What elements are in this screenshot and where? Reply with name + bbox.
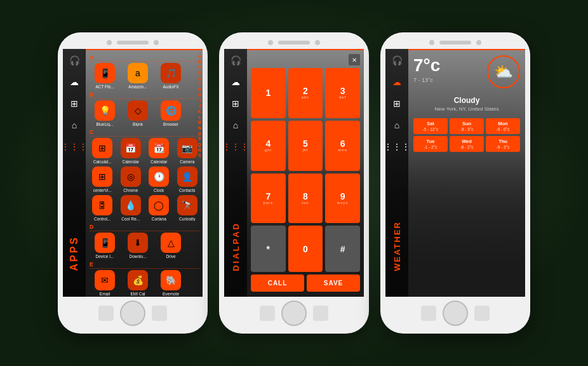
app-calculator[interactable]: ⊞ Calculat... — [90, 138, 116, 164]
phone-top-1 — [63, 40, 203, 45]
browser-icon: 🌐 — [161, 100, 181, 121]
audiofx-icon: 🎵 — [161, 63, 181, 83]
coolre-icon: 💧 — [121, 195, 141, 215]
clock-icon: 🕐 — [149, 166, 169, 187]
dial-key-6[interactable]: 6 mno — [325, 121, 360, 171]
dial-key-9[interactable]: 9 wxyz — [325, 173, 360, 224]
forecast-thu: Thu -9 - 3°c — [486, 136, 520, 152]
device-icon: 📱 — [95, 233, 115, 253]
dialpad-content: ✕ 1 2 abc 3 def 4 ghi — [247, 49, 364, 297]
centerview-icon: ⊞ — [92, 166, 112, 187]
cloud-icon-3: ☁ — [391, 76, 403, 88]
phone-dialpad: 🎧 ☁ ⊞ ⌂ ⋮⋮⋮ DIALPAD ✕ 1 2 abc — [219, 32, 369, 334]
forecast-sun: Sun -9 - 3°c — [450, 118, 484, 134]
app-blynk[interactable]: ◇ Blynk — [123, 100, 153, 126]
camera-dot-6 — [476, 40, 481, 45]
recent-btn-1[interactable] — [152, 306, 167, 321]
dial-key-star[interactable]: * — [251, 226, 286, 272]
app-drive[interactable]: △ Drive — [156, 233, 186, 259]
top-bar-line-3 — [408, 49, 525, 50]
dial-key-4[interactable]: 4 ghi — [251, 121, 286, 171]
calendar2-icon: 📆 — [149, 138, 169, 158]
dial-actions: CALL SAVE — [251, 274, 360, 292]
app-control[interactable]: 🎛 Control... — [90, 195, 116, 221]
weather-temp: 7°c — [413, 55, 440, 76]
section-e: E — [90, 261, 200, 269]
control-icon: 🎛 — [92, 195, 112, 215]
home-icon-2: ⌂ — [229, 119, 242, 132]
app-cortana[interactable]: ◯ Cortana — [146, 195, 172, 221]
speaker-3 — [439, 41, 471, 44]
save-button[interactable]: SAVE — [307, 274, 360, 292]
home-btn-1[interactable] — [120, 301, 145, 326]
dial-key-8[interactable]: 8 tuv — [288, 173, 323, 224]
chrome-icon: ◎ — [121, 166, 141, 187]
back-btn-2[interactable] — [260, 306, 275, 321]
cloud-icon-2: ☁ — [229, 76, 242, 88]
speaker-2 — [278, 41, 310, 44]
app-clock[interactable]: 🕐 Clock — [146, 166, 172, 193]
back-btn-3[interactable] — [421, 306, 436, 321]
app-curiosity[interactable]: 🔭 Curiosity — [175, 195, 201, 221]
app-act[interactable]: 📱 ACT Fib... — [90, 63, 120, 89]
app-amazon[interactable]: a Amazon... — [123, 63, 153, 89]
back-btn-1[interactable] — [98, 306, 114, 321]
section-a: A — [90, 54, 200, 62]
app-calendar2[interactable]: 📆 Calendar — [146, 138, 172, 164]
dial-key-1[interactable]: 1 — [251, 68, 286, 118]
home-btn-2[interactable] — [281, 301, 307, 326]
app-calendar1[interactable]: 📅 Calendar — [118, 138, 144, 164]
cortana-icon: ◯ — [149, 195, 169, 215]
dial-key-7[interactable]: 7 pqrs — [251, 173, 286, 224]
act-icon: 📱 — [95, 63, 115, 83]
app-row-b: 💡 BlueLig... ◇ Blynk 🌐 Browser — [90, 100, 200, 126]
dial-grid: 1 2 abc 3 def 4 ghi 5 jkl — [251, 68, 360, 272]
amazon-icon: a — [128, 63, 148, 83]
top-bar-line-2 — [247, 49, 364, 50]
camera-icon: 📷 — [177, 138, 197, 158]
headphone-icon: 🎧 — [68, 54, 81, 67]
app-evernote[interactable]: 🐘 Evernote — [156, 270, 186, 296]
download-icon: ⬇ — [128, 233, 148, 253]
weather-screen: 🎧 ☁ ⊞ ⌂ ⋮⋮⋮ WEATHER 7°c 7 - 13°c ⛅ Cloud… — [385, 49, 525, 297]
dialpad-close-btn[interactable]: ✕ — [349, 54, 360, 65]
app-audiofx[interactable]: 🎵 AudioFX — [156, 63, 186, 89]
phone-apps: 🎧 ☁ ⊞ ⌂ ⋮⋮⋮ APPS A B C D E F G H I J K L… — [58, 32, 208, 334]
app-chrome[interactable]: ◎ Chrome — [118, 166, 144, 193]
app-browser[interactable]: 🌐 Browser — [156, 100, 186, 126]
call-button[interactable]: CALL — [251, 274, 304, 292]
drive-icon: △ — [161, 233, 181, 253]
app-email[interactable]: ✉ Email — [90, 270, 120, 296]
app-row-d: 📱 Device I... ⬇ Downlo... △ Drive — [90, 233, 200, 259]
email-icon: ✉ — [95, 270, 115, 290]
emical-icon: 💰 — [128, 270, 148, 290]
app-camera[interactable]: 📷 Camera — [175, 138, 201, 164]
apps-icon-2[interactable]: ⋮⋮⋮ — [229, 140, 242, 153]
grid-icon-3: ⊞ — [391, 97, 403, 110]
app-bluelight[interactable]: 💡 BlueLig... — [90, 100, 120, 126]
blynk-icon: ◇ — [128, 100, 148, 121]
weather-top: 7°c 7 - 13°c ⛅ — [413, 55, 520, 88]
app-device[interactable]: 📱 Device I... — [90, 233, 120, 259]
apps-icon-3[interactable]: ⋮⋮⋮ — [391, 140, 403, 153]
recent-btn-2[interactable] — [313, 306, 328, 321]
dial-key-hash[interactable]: # — [325, 226, 360, 272]
dial-key-3[interactable]: 3 def — [325, 68, 360, 118]
app-emical[interactable]: 💰 EMI Cal — [123, 270, 153, 296]
dial-key-5[interactable]: 5 jkl — [288, 121, 323, 171]
apps-icon[interactable]: ⋮⋮⋮ — [68, 140, 81, 153]
section-d: D — [90, 224, 200, 231]
phone-top-3 — [385, 40, 525, 45]
home-btn-3[interactable] — [443, 301, 468, 326]
app-centerview[interactable]: ⊞ centerVi... — [90, 166, 116, 193]
alpha-bar: A B C D E F G H I J K L M N O P Q R S — [197, 54, 201, 292]
app-coolre[interactable]: 💧 Cool Re... — [118, 195, 144, 221]
dial-key-2[interactable]: 2 abc — [288, 68, 323, 118]
app-contacts[interactable]: 👤 Contacts — [175, 166, 201, 193]
recent-btn-3[interactable] — [474, 306, 490, 321]
dial-key-0[interactable]: 0 — [288, 226, 323, 272]
section-c: C — [90, 129, 200, 137]
weather-forecast-grid: Sat -5 - 12°c Sun -9 - 3°c Mon -9 - 0°c … — [413, 118, 520, 152]
app-download[interactable]: ⬇ Downlo... — [123, 233, 153, 259]
phone-bottom-1 — [98, 301, 167, 326]
